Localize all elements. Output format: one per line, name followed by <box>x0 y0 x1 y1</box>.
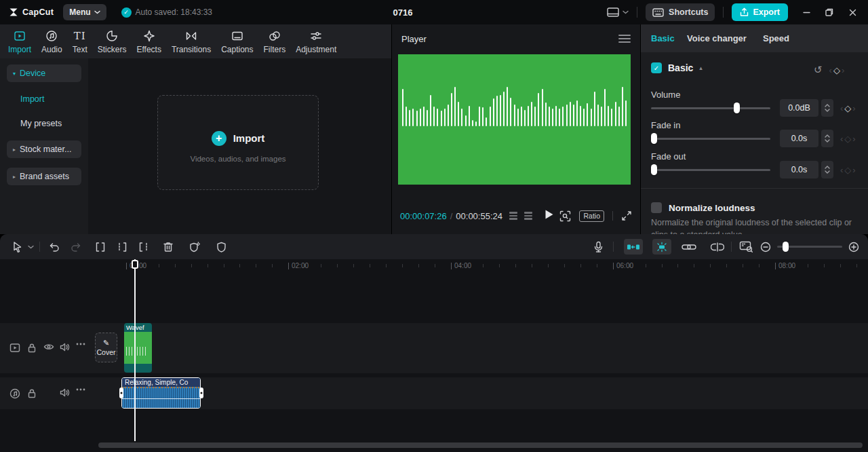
shield-button[interactable] <box>213 234 229 259</box>
preview-zoom-icon[interactable] <box>559 210 571 222</box>
edit-cover-button[interactable]: ✎ Cover <box>95 333 117 362</box>
select-tool-button[interactable] <box>9 234 24 259</box>
fade-out-slider-handle[interactable] <box>651 164 657 175</box>
fade-in-slider-handle[interactable] <box>651 133 657 144</box>
audio-clip[interactable]: Relaxing, Simple, Co <box>121 377 201 409</box>
volume-slider[interactable] <box>651 99 770 117</box>
tab-import[interactable]: Import <box>8 29 31 54</box>
tab-captions[interactable]: Captions <box>221 29 253 54</box>
waveform-bar <box>510 98 511 126</box>
volume-slider-handle[interactable] <box>734 102 740 113</box>
keyframe-prev-icon[interactable]: ‹ <box>840 104 843 113</box>
clip-trim-handle-left[interactable] <box>119 388 123 398</box>
normalize-checkbox[interactable]: ✓ <box>651 202 662 213</box>
volume-stepper[interactable] <box>821 99 833 117</box>
keyframe-prev-icon[interactable]: ‹ <box>840 166 843 174</box>
smart-shield-ai-button[interactable] <box>186 234 203 259</box>
keyframe-next-icon[interactable]: › <box>842 66 844 75</box>
hide-track-icon[interactable] <box>43 343 54 351</box>
tab-filters[interactable]: Filters <box>264 29 286 54</box>
lock-track-icon[interactable] <box>27 343 37 353</box>
keyframe-diamond-icon[interactable]: ◇ <box>844 104 851 113</box>
main-track-magnet-toggle[interactable] <box>652 239 671 255</box>
timeline-zoom-handle[interactable] <box>783 242 789 252</box>
tab-transitions[interactable]: Transitions <box>172 29 211 54</box>
tab-voice-changer[interactable]: Voice changer <box>687 24 747 52</box>
split-button[interactable] <box>92 234 108 259</box>
clip-trim-handle-right[interactable] <box>199 388 203 398</box>
fade-in-stepper[interactable] <box>821 130 833 147</box>
autosave-text: Auto saved: 18:43:33 <box>136 7 212 17</box>
zoom-out-button[interactable] <box>758 234 773 259</box>
more-options-icon[interactable] <box>76 388 85 391</box>
shortcuts-button[interactable]: Shortcuts <box>646 3 715 21</box>
fade-out-slider[interactable] <box>651 161 770 178</box>
timeline-ruler[interactable]: 00:00 02:00 04:00 06:00 08:00 <box>0 259 868 273</box>
keyframe-diamond-icon[interactable]: ◇ <box>844 166 851 174</box>
layout-chevron-down-icon[interactable] <box>623 10 629 14</box>
close-button[interactable] <box>841 0 864 24</box>
playhead-handle[interactable] <box>132 260 138 269</box>
sidebar-item-device[interactable]: ▾ Device <box>7 64 81 82</box>
sidebar-item-import[interactable]: Import <box>20 94 44 104</box>
tab-basic[interactable]: Basic <box>651 24 675 52</box>
preview-axis-button[interactable] <box>736 234 755 259</box>
tab-stickers[interactable]: Stickers <box>98 29 127 54</box>
horizontal-scrollbar[interactable] <box>98 442 863 448</box>
delete-button[interactable] <box>160 234 176 259</box>
record-voiceover-button[interactable] <box>590 234 606 259</box>
mute-track-icon[interactable] <box>60 343 70 352</box>
section-keyframe-nav: ‹ ◇ › <box>829 66 845 75</box>
delete-left-button[interactable] <box>114 234 130 259</box>
sidebar-item-stock-materials[interactable]: ▸ Stock mater... <box>7 140 81 158</box>
lock-track-icon[interactable] <box>27 388 37 398</box>
fullscreen-icon[interactable] <box>621 210 632 221</box>
mute-track-icon[interactable] <box>60 388 70 397</box>
keyframe-diamond-icon[interactable]: ◇ <box>833 66 840 75</box>
fade-out-stepper[interactable] <box>821 161 833 178</box>
keyframe-diamond-icon[interactable]: ◇ <box>844 134 851 143</box>
volume-value[interactable]: 0.0dB <box>780 99 818 117</box>
keyframe-prev-icon[interactable]: ‹ <box>840 134 843 143</box>
frame-list-icon[interactable] <box>509 212 517 220</box>
ratio-button[interactable]: Ratio <box>579 210 604 222</box>
workspace-layout-icon[interactable] <box>607 7 619 17</box>
tab-text[interactable]: TI Text <box>73 29 87 54</box>
fade-in-value[interactable]: 0.0s <box>780 130 818 147</box>
tab-adjustment[interactable]: Adjustment <box>296 29 336 54</box>
restore-button[interactable] <box>818 0 841 24</box>
player-menu-icon[interactable] <box>618 35 631 43</box>
play-button[interactable] <box>545 209 554 223</box>
sidebar-item-my-presets[interactable]: My presets <box>20 119 62 128</box>
redo-button[interactable] <box>68 234 84 259</box>
keyframe-next-icon[interactable]: › <box>852 104 855 113</box>
tab-speed[interactable]: Speed <box>763 24 789 52</box>
export-button[interactable]: Export <box>732 3 788 21</box>
basic-section-checkbox[interactable]: ✓ <box>651 62 662 73</box>
import-dropzone[interactable]: + Import Videos, audios, and images <box>157 95 319 190</box>
tab-effects[interactable]: Effects <box>136 29 161 54</box>
fade-out-value[interactable]: 0.0s <box>780 161 818 178</box>
delete-right-button[interactable] <box>136 234 152 259</box>
tab-audio[interactable]: Audio <box>41 29 62 54</box>
fade-in-slider[interactable] <box>651 130 770 147</box>
more-options-icon[interactable] <box>76 343 85 345</box>
timeline-zoom-slider[interactable] <box>777 246 842 248</box>
select-tool-chevron-icon[interactable] <box>26 234 35 259</box>
minimize-button[interactable] <box>795 0 818 24</box>
waveform-bar <box>528 106 529 126</box>
keyframe-next-icon[interactable]: › <box>852 166 855 174</box>
video-clip[interactable]: Wavef <box>124 323 152 373</box>
frame-list-icon-2[interactable] <box>524 212 532 220</box>
unlink-toggle[interactable] <box>708 234 727 259</box>
zoom-in-button[interactable] <box>846 234 861 259</box>
sidebar-item-brand-assets[interactable]: ▸ Brand assets <box>7 168 81 185</box>
keyframe-next-icon[interactable]: › <box>852 134 855 143</box>
auto-snap-toggle[interactable] <box>624 239 643 255</box>
reset-icon[interactable]: ↺ <box>814 64 823 76</box>
menu-button[interactable]: Menu <box>63 4 106 20</box>
keyframe-prev-icon[interactable]: ‹ <box>829 66 832 75</box>
undo-button[interactable] <box>46 234 62 259</box>
link-toggle[interactable] <box>679 234 698 259</box>
collapse-caret-icon[interactable]: ▴ <box>699 64 703 71</box>
